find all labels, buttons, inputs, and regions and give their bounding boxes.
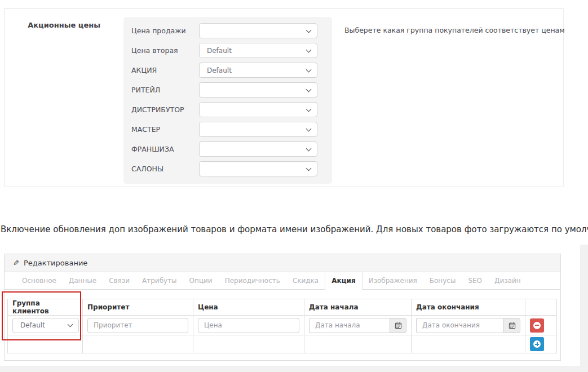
akciya-select[interactable]: Default — [199, 63, 317, 78]
price-input[interactable] — [198, 318, 299, 333]
select-value: Default — [20, 321, 45, 329]
field-label: ДИСТРИБУТОР — [131, 105, 199, 114]
form-row-akciya: АКЦИЯ Default — [131, 63, 324, 78]
form-row-sale-price: Цена продажи — [131, 23, 324, 38]
field-label: РИТЕЙЛ — [131, 86, 199, 94]
tab-skidka[interactable]: Скидка — [286, 272, 325, 289]
tab-osnovnoe[interactable]: Основное — [16, 272, 63, 289]
col-price: Цена — [193, 299, 304, 316]
plus-circle-icon — [533, 340, 541, 348]
form-row-salons: САЛОНЫ — [131, 161, 324, 176]
field-label: МАСТЕР — [131, 125, 199, 134]
table-header-row: Группа клиентов Приоритет Цена Дата нача… — [8, 299, 557, 316]
form-row-master: МАСТЕР — [131, 122, 324, 137]
form-row-second-price: Цена вторая Default — [131, 43, 324, 58]
date-end-group — [416, 318, 520, 333]
tab-seo[interactable]: SEO — [462, 272, 488, 289]
date-start-input[interactable] — [309, 318, 390, 333]
add-row-button[interactable] — [530, 337, 544, 351]
chevron-down-icon — [306, 47, 312, 52]
date-start-group — [309, 318, 406, 333]
field-label: САЛОНЫ — [131, 165, 199, 173]
edit-panel: ✎ Редактирование Основное Данные Связи А… — [4, 254, 561, 361]
tab-svyazi[interactable]: Связи — [103, 272, 136, 289]
second-price-select[interactable]: Default — [199, 43, 317, 58]
table-row: Default — [8, 316, 557, 335]
distributor-select[interactable] — [199, 102, 317, 117]
tab-bonusy[interactable]: Бонусы — [423, 272, 462, 289]
chevron-down-icon — [306, 106, 312, 112]
images-note-text: Включение обновления доп изображений тов… — [1, 224, 588, 234]
field-label: Цена продажи — [131, 26, 199, 35]
calendar-icon — [395, 322, 402, 329]
date-end-input[interactable] — [416, 318, 503, 333]
field-label: ФРАНШИЗА — [131, 145, 199, 153]
col-date-end: Дата окончания — [412, 299, 525, 316]
salons-select[interactable] — [199, 161, 317, 176]
promo-prices-form-box: Цена продажи Цена вторая Default АКЦИЯ D… — [123, 17, 332, 184]
chevron-down-icon — [68, 322, 73, 327]
tab-izobrazheniya[interactable]: Изображения — [362, 272, 423, 289]
tab-atributy[interactable]: Атрибуты — [136, 272, 183, 289]
page: Акционные цены Цена продажи Цена вторая … — [0, 0, 588, 372]
edit-panel-body: Группа клиентов Приоритет Цена Дата нача… — [5, 290, 560, 353]
col-date-start: Дата начала — [304, 299, 412, 316]
customer-group-select[interactable]: Default — [12, 318, 79, 333]
form-row-franchise: ФРАНШИЗА — [131, 141, 324, 157]
chevron-down-icon — [306, 27, 312, 33]
table-add-row — [8, 335, 557, 353]
chevron-down-icon — [306, 86, 312, 92]
col-priority: Приоритет — [83, 299, 193, 316]
calendar-button[interactable] — [390, 318, 406, 333]
bottom-background-strip — [0, 366, 588, 372]
edit-panel-tabs: Основное Данные Связи Атрибуты Опции Пер… — [5, 272, 560, 290]
right-background-strip — [580, 245, 588, 372]
col-customer-group: Группа клиентов — [8, 299, 83, 316]
sale-price-select[interactable] — [199, 23, 317, 38]
franchise-select[interactable] — [199, 141, 317, 157]
promotion-table: Группа клиентов Приоритет Цена Дата нача… — [7, 299, 557, 353]
chevron-down-icon — [306, 145, 312, 151]
tab-akciya[interactable]: Акция — [325, 272, 362, 290]
select-value: Default — [207, 47, 232, 55]
field-label: Цена вторая — [131, 46, 199, 55]
form-row-retail: РИТЕЙЛ — [131, 82, 324, 98]
form-row-distributor: ДИСТРИБУТОР — [131, 102, 324, 117]
chevron-down-icon — [306, 165, 312, 171]
priority-input[interactable] — [87, 318, 188, 333]
field-label: АКЦИЯ — [131, 66, 199, 74]
promo-prices-label: Акционные цены — [5, 21, 100, 29]
retail-select[interactable] — [199, 82, 317, 98]
promo-prices-panel: Акционные цены Цена продажи Цена вторая … — [4, 8, 564, 187]
edit-panel-title: Редактирование — [24, 259, 87, 267]
chevron-down-icon — [306, 67, 312, 72]
minus-circle-icon — [533, 322, 541, 329]
calendar-icon — [509, 322, 516, 329]
tab-periodichnost[interactable]: Периодичность — [219, 272, 286, 289]
tab-opcii[interactable]: Опции — [183, 272, 219, 289]
pencil-icon: ✎ — [13, 259, 19, 267]
col-actions — [525, 299, 557, 316]
edit-panel-header: ✎ Редактирование — [5, 254, 560, 272]
tab-dizayn[interactable]: Дизайн — [488, 272, 527, 289]
chevron-down-icon — [306, 126, 312, 131]
customer-group-help-text: Выберете какая группа покупателей соотве… — [344, 26, 570, 34]
tab-dannye[interactable]: Данные — [63, 272, 103, 289]
remove-row-button[interactable] — [530, 318, 544, 333]
select-value: Default — [207, 67, 232, 74]
calendar-button[interactable] — [503, 318, 520, 333]
master-select[interactable] — [199, 122, 317, 137]
